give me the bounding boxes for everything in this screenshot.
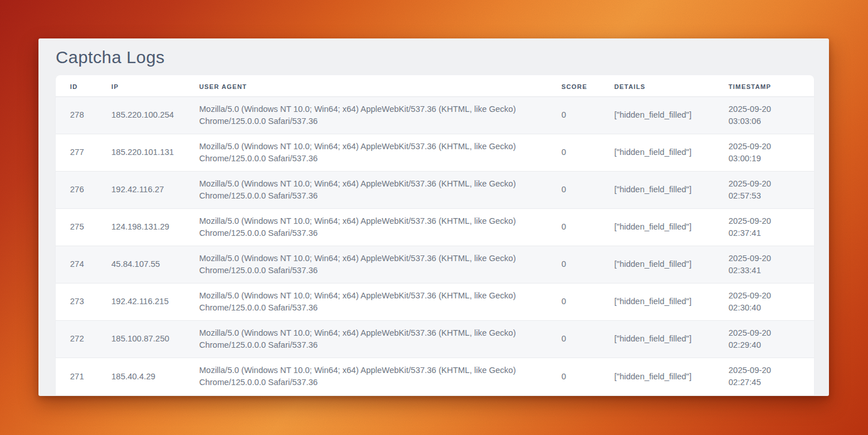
cell-id: 275	[56, 209, 111, 246]
cell-user-agent: Mozilla/5.0 (Windows NT 10.0; Win64; x64…	[199, 358, 561, 395]
cell-timestamp: 2025-09-20 02:33:41	[728, 246, 814, 283]
cell-timestamp: 2025-09-20 02:29:40	[728, 321, 814, 358]
cell-score: 0	[561, 172, 614, 209]
table-row: 276 192.42.116.27 Mozilla/5.0 (Windows N…	[56, 172, 814, 209]
cell-ip: 124.198.131.29	[111, 209, 199, 246]
cell-ip: 185.220.100.254	[111, 97, 199, 134]
cell-details: ["hidden_field_filled"]	[614, 97, 728, 134]
page-title: Captcha Logs	[56, 47, 812, 68]
column-header-score: SCORE	[561, 75, 614, 97]
column-header-ip: IP	[111, 75, 199, 97]
column-header-id: ID	[56, 75, 111, 97]
cell-timestamp: 2025-09-20 02:30:40	[728, 283, 814, 321]
column-header-user-agent: USER AGENT	[199, 75, 561, 97]
cell-timestamp: 2025-09-20 03:03:06	[728, 97, 814, 134]
cell-score: 0	[561, 283, 614, 321]
cell-user-agent: Mozilla/5.0 (Windows NT 10.0; Win64; x64…	[199, 209, 561, 246]
cell-user-agent: Mozilla/5.0 (Windows NT 10.0; Win64; x64…	[199, 97, 561, 134]
column-header-details: DETAILS	[614, 75, 728, 97]
cell-ip: 185.40.4.29	[111, 358, 199, 395]
cell-timestamp: 2025-09-20 02:57:53	[728, 172, 814, 209]
cell-details: ["hidden_field_filled"]	[614, 321, 728, 358]
cell-details: ["hidden_field_filled"]	[614, 283, 728, 321]
cell-score: 0	[561, 246, 614, 283]
table-header: ID IP USER AGENT SCORE DETAILS TIMESTAMP	[56, 75, 814, 97]
cell-user-agent: Mozilla/5.0 (Windows NT 10.0; Win64; x64…	[199, 172, 561, 209]
cell-score: 0	[561, 321, 614, 358]
cell-id: 271	[56, 358, 111, 395]
cell-user-agent: Mozilla/5.0 (Windows NT 10.0; Win64; x64…	[199, 283, 561, 321]
captcha-logs-table: ID IP USER AGENT SCORE DETAILS TIMESTAMP…	[56, 75, 814, 395]
cell-score: 0	[561, 209, 614, 246]
cell-score: 0	[561, 97, 614, 134]
cell-id: 272	[56, 321, 111, 358]
cell-ip: 185.220.101.131	[111, 134, 199, 172]
cell-details: ["hidden_field_filled"]	[614, 209, 728, 246]
cell-id: 274	[56, 246, 111, 283]
captcha-logs-table-container: ID IP USER AGENT SCORE DETAILS TIMESTAMP…	[56, 75, 814, 395]
cell-timestamp: 2025-09-20 02:27:45	[728, 358, 814, 395]
column-header-timestamp: TIMESTAMP	[728, 75, 814, 97]
cell-ip: 45.84.107.55	[111, 246, 199, 283]
table-row: 275 124.198.131.29 Mozilla/5.0 (Windows …	[56, 209, 814, 246]
cell-id: 273	[56, 283, 111, 321]
cell-timestamp: 2025-09-20 02:37:41	[728, 209, 814, 246]
table-row: 271 185.40.4.29 Mozilla/5.0 (Windows NT …	[56, 358, 814, 395]
captcha-logs-card: Captcha Logs ID IP USER AGENT SCORE DETA…	[38, 38, 829, 396]
cell-ip: 192.42.116.215	[111, 283, 199, 321]
table-row: 274 45.84.107.55 Mozilla/5.0 (Windows NT…	[56, 246, 814, 283]
cell-timestamp: 2025-09-20 03:00:19	[728, 134, 814, 172]
cell-ip: 192.42.116.27	[111, 172, 199, 209]
cell-score: 0	[561, 134, 614, 172]
cell-user-agent: Mozilla/5.0 (Windows NT 10.0; Win64; x64…	[199, 246, 561, 283]
table-row: 272 185.100.87.250 Mozilla/5.0 (Windows …	[56, 321, 814, 358]
desktop-background: { "page": { "title": "Captcha Logs" }, "…	[0, 0, 868, 435]
cell-details: ["hidden_field_filled"]	[614, 134, 728, 172]
cell-score: 0	[561, 358, 614, 395]
cell-id: 277	[56, 134, 111, 172]
cell-ip: 185.100.87.250	[111, 321, 199, 358]
cell-user-agent: Mozilla/5.0 (Windows NT 10.0; Win64; x64…	[199, 321, 561, 358]
table-row: 273 192.42.116.215 Mozilla/5.0 (Windows …	[56, 283, 814, 321]
cell-details: ["hidden_field_filled"]	[614, 246, 728, 283]
table-row: 277 185.220.101.131 Mozilla/5.0 (Windows…	[56, 134, 814, 172]
cell-details: ["hidden_field_filled"]	[614, 172, 728, 209]
cell-id: 278	[56, 97, 111, 134]
cell-user-agent: Mozilla/5.0 (Windows NT 10.0; Win64; x64…	[199, 134, 561, 172]
cell-details: ["hidden_field_filled"]	[614, 358, 728, 395]
table-body: 278 185.220.100.254 Mozilla/5.0 (Windows…	[56, 97, 814, 395]
cell-id: 276	[56, 172, 111, 209]
table-row: 278 185.220.100.254 Mozilla/5.0 (Windows…	[56, 97, 814, 134]
